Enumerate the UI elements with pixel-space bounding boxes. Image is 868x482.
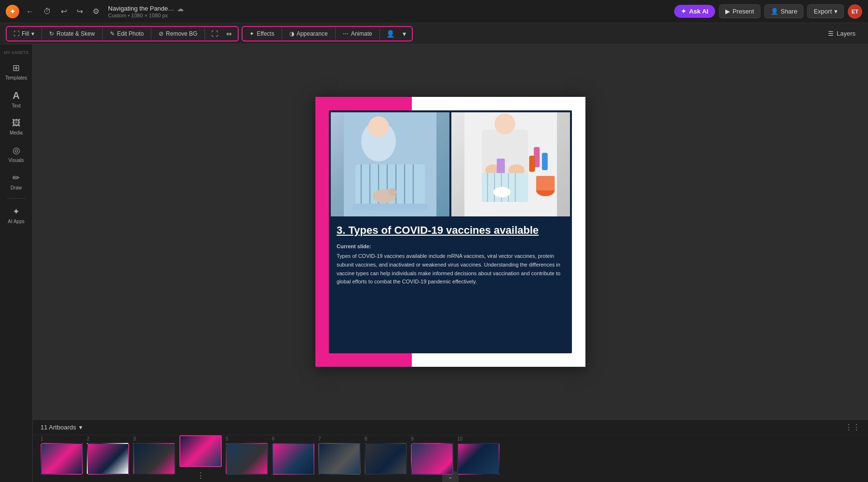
thumbnail-3[interactable]: 3	[133, 443, 176, 475]
effects-label: Effects	[257, 30, 274, 37]
redo-button[interactable]: ↪	[74, 5, 86, 18]
thumb-img-10	[457, 443, 500, 475]
sidebar-item-media[interactable]: 🖼 Media	[2, 114, 31, 139]
layers-button[interactable]: ☰ Layers	[821, 27, 862, 40]
thumb-img-7	[318, 443, 361, 475]
media-icon: 🖼	[12, 118, 21, 128]
undo-button[interactable]: ↩	[58, 5, 70, 18]
flip-button[interactable]: ⇔	[222, 28, 236, 40]
media-label: Media	[10, 130, 23, 135]
sidebar-item-ai-apps[interactable]: ✦ AI Apps	[2, 202, 31, 228]
thumb-content-2	[88, 444, 128, 474]
my-assets-label: My assets	[2, 48, 31, 57]
slide-images	[329, 110, 572, 216]
thumb-number-3: 3	[133, 436, 136, 442]
share-button[interactable]: 👤 Share	[764, 4, 804, 18]
draw-icon: ✏	[13, 173, 20, 183]
remove-bg-icon: ⊘	[159, 30, 163, 37]
back-button[interactable]: ←	[23, 5, 37, 18]
thumb-img-2	[87, 443, 129, 475]
text-label: Text	[12, 103, 20, 108]
thumbnail-9[interactable]: 9	[411, 443, 453, 475]
animate-more-button[interactable]: 👤	[382, 28, 398, 40]
document-subtitle: Custom • 1080 × 1080 px	[108, 13, 184, 18]
present-button[interactable]: ▶ Present	[719, 4, 760, 18]
slide-canvas[interactable]: 3. Types of COVID-19 vaccines available …	[315, 97, 585, 367]
cloud-icon: ☁	[177, 5, 184, 13]
export-button[interactable]: Export ▾	[807, 4, 844, 18]
thumb-content-3	[134, 444, 175, 474]
export-label: Export	[814, 8, 832, 15]
share-icon: 👤	[771, 8, 778, 15]
present-label: Present	[732, 8, 754, 15]
thumb-img-8	[365, 443, 407, 475]
history-button[interactable]: ⏱	[41, 5, 54, 18]
thumbnail-4[interactable]: 4 ⋮	[179, 435, 222, 482]
ask-ai-button[interactable]: ✦ Ask AI	[674, 5, 715, 18]
thumbnail-6[interactable]: 6	[272, 443, 314, 475]
sidebar-item-templates[interactable]: ⊞ Templates	[2, 59, 31, 84]
sidebar-item-draw[interactable]: ✏ Draw	[2, 169, 31, 194]
remove-bg-button[interactable]: ⊘ Remove BG	[154, 28, 202, 39]
svg-point-2	[368, 116, 389, 137]
draw-label: Draw	[11, 185, 22, 190]
thumbnail-7[interactable]: 7	[318, 443, 361, 475]
slide-image-left	[331, 112, 449, 216]
svg-rect-28	[529, 156, 535, 172]
ai-apps-label: AI Apps	[8, 219, 24, 224]
crop-button[interactable]: ⛶	[207, 28, 222, 40]
thumb-img-3	[133, 443, 176, 475]
thumb-img-1	[41, 443, 83, 475]
fill-label: Fill	[22, 30, 29, 37]
slide-body-text: Types of COVID-19 vaccines available inc…	[337, 252, 564, 286]
appearance-button[interactable]: ◑ Appearance	[285, 28, 333, 39]
thumbnail-1[interactable]: 1	[41, 443, 83, 475]
artboards-label[interactable]: 11 Artboards ▾	[41, 424, 82, 431]
main-layout: My assets ⊞ Templates A Text 🖼 Media ◎ V…	[0, 44, 868, 482]
thumbnail-2[interactable]: 2	[87, 443, 129, 475]
ai-star-icon: ✦	[681, 8, 686, 15]
thumb-number-6: 6	[272, 436, 275, 442]
thumbnail-10[interactable]: 10	[457, 443, 500, 475]
text-icon: A	[13, 90, 19, 101]
thumbnail-8[interactable]: 8	[365, 443, 407, 475]
visuals-label: Visuals	[8, 158, 24, 163]
sidebar-item-text[interactable]: A Text	[2, 86, 31, 112]
svg-point-16	[494, 113, 515, 134]
canvas-scroll[interactable]: 3. Types of COVID-19 vaccines available …	[33, 44, 868, 419]
animate-button[interactable]: ⋯ Animate	[338, 28, 377, 39]
fill-button[interactable]: ⛶ Fill ▾	[9, 28, 39, 39]
avatar[interactable]: ET	[848, 4, 862, 19]
settings-button[interactable]: ⚙	[90, 5, 102, 18]
visuals-icon: ◎	[13, 145, 20, 156]
slide-text-area: 3. Types of COVID-19 vaccines available …	[329, 216, 572, 292]
bottom-panel-header: 11 Artboards ▾ ⋮⋮	[33, 420, 868, 435]
grid-view-button[interactable]: ⋮⋮	[845, 423, 860, 432]
topbar: ✦ ← ⏱ ↩ ↪ ⚙ Navigating the Pande… ☁ Cust…	[0, 0, 868, 23]
document-title: Navigating the Pande… ☁ Custom • 1080 × …	[108, 5, 184, 18]
toolbar-right-group: ✦ Effects ◑ Appearance ⋯ Animate 👤 ▾	[242, 26, 412, 41]
effects-button[interactable]: ✦ Effects	[244, 28, 279, 39]
svg-rect-30	[536, 176, 555, 190]
present-icon: ▶	[725, 8, 730, 15]
sidebar-item-visuals[interactable]: ◎ Visuals	[2, 141, 31, 167]
thumb-content-9	[412, 444, 452, 474]
ai-apps-icon: ✦	[13, 206, 20, 217]
thumbnail-5[interactable]: 5	[226, 443, 268, 475]
thumb-content-7	[319, 444, 360, 474]
templates-label: Templates	[5, 75, 27, 80]
toolbar-overflow-button[interactable]: ▾	[399, 28, 410, 40]
rotate-skew-button[interactable]: ↻ Rotate & Skew	[44, 28, 99, 39]
thumb-img-5	[226, 443, 268, 475]
edit-photo-button[interactable]: ✎ Edit Photo	[105, 28, 149, 39]
sidebar-divider	[7, 198, 26, 199]
thumb-number-5: 5	[226, 436, 229, 442]
remove-bg-label: Remove BG	[166, 30, 197, 37]
templates-icon: ⊞	[13, 63, 20, 73]
fill-chevron-icon: ▾	[31, 30, 34, 37]
thumb-content-5	[227, 444, 267, 474]
thumb-number-9: 9	[411, 436, 414, 442]
app-logo: ✦	[6, 5, 19, 18]
thumb-img-9	[411, 443, 453, 475]
thumb-more-button-4[interactable]: ⋮	[195, 469, 206, 482]
